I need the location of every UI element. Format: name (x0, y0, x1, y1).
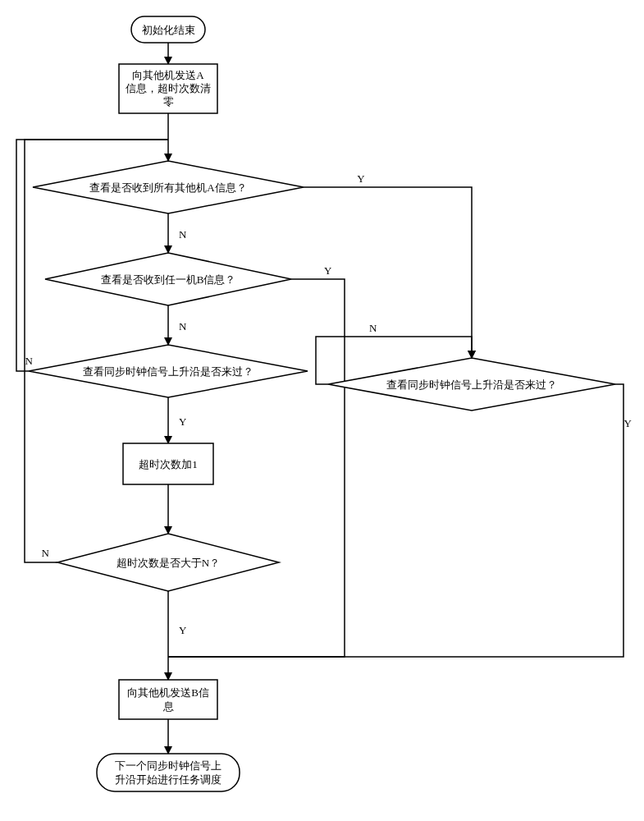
sendB-l1: 向其他机发送B信 (127, 686, 209, 699)
label-decClkR-N: N (369, 322, 377, 334)
node-start: 初始化结束 (131, 16, 205, 43)
label-decB-N: N (179, 320, 187, 333)
node-end: 下一个同步时钟信号上 升沿开始进行任务调度 (97, 754, 240, 791)
sendA-l2: 信息，超时次数清 (126, 82, 211, 94)
decN-label: 超时次数是否大于N？ (116, 557, 220, 569)
sendA-l3: 零 (163, 95, 174, 108)
node-incTO: 超时次数加1 (123, 443, 213, 484)
incTO-label: 超时次数加1 (139, 458, 198, 470)
label-decClkL-N: N (25, 355, 34, 367)
end-l1: 下一个同步时钟信号上 (115, 759, 222, 772)
node-sendB: 向其他机发送B信 息 (119, 680, 217, 719)
node-decB: 查看是否收到任一机B信息？ (45, 253, 291, 305)
label-decA-N: N (179, 228, 187, 241)
label-decClkR-Y: Y (624, 417, 633, 429)
node-decClkL: 查看同步时钟信号上升沿是否来过？ (29, 345, 308, 397)
label-decN-N: N (42, 547, 50, 559)
decClkR-label: 查看同步时钟信号上升沿是否来过？ (386, 378, 557, 391)
label-decN-Y: Y (179, 624, 187, 636)
start-label: 初始化结束 (142, 24, 195, 36)
edge-decClkR-sendB (168, 384, 623, 657)
decB-label: 查看是否收到任一机B信息？ (101, 273, 236, 286)
sendB-l2: 息 (162, 700, 174, 713)
end-l2: 升沿开始进行任务调度 (115, 773, 222, 786)
node-decClkR: 查看同步时钟信号上升沿是否来过？ (328, 358, 615, 410)
decClkL-label: 查看同步时钟信号上升沿是否来过？ (83, 365, 253, 378)
sendA-l1: 向其他机发送A (132, 69, 204, 81)
node-decA: 查看是否收到所有其他机A信息？ (33, 161, 304, 213)
decA-label: 查看是否收到所有其他机A信息？ (89, 181, 246, 194)
label-decB-Y: Y (324, 264, 332, 277)
node-decN: 超时次数是否大于N？ (57, 534, 279, 591)
label-decClkL-Y: Y (179, 415, 187, 428)
flowchart: 初始化结束 向其他机发送A 信息，超时次数清 零 查看是否收到所有其他机A信息？… (0, 0, 644, 821)
label-decA-Y: Y (357, 172, 365, 185)
node-sendA: 向其他机发送A 信息，超时次数清 零 (119, 64, 217, 113)
